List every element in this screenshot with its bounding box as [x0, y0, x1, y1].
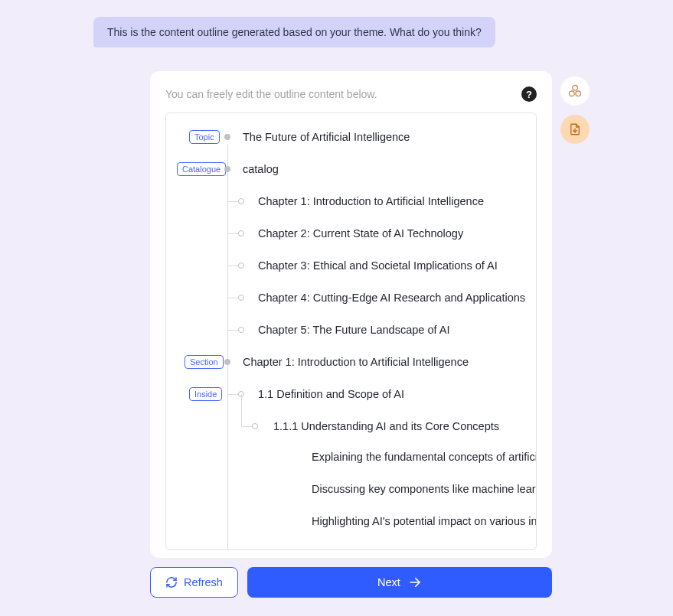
chapter-item[interactable]: Chapter 5: The Future Landscape of AI — [258, 324, 449, 336]
node-dot — [224, 359, 230, 365]
tag-catalogue: Catalogue — [177, 162, 226, 176]
outline-leaf[interactable]: Explaining the fundamental concepts of a… — [312, 451, 537, 463]
refresh-label: Refresh — [184, 576, 223, 588]
chat-bubble-text: This is the content outline generated ba… — [107, 26, 482, 38]
refresh-icon — [165, 576, 178, 588]
outline-section[interactable]: Chapter 1: Introduction to Artificial In… — [243, 356, 469, 368]
node-dot — [252, 423, 258, 429]
node-dot — [238, 198, 244, 204]
chapter-item[interactable]: Chapter 2: Current State of AI Technolog… — [258, 227, 463, 240]
outline-panel: You can freely edit the outline content … — [150, 71, 552, 558]
outline-sub[interactable]: 1.1.1 Understanding AI and its Core Conc… — [273, 420, 499, 432]
outline-leaf[interactable]: Highlighting AI's potential impact on va… — [312, 515, 537, 527]
chapter-item[interactable]: Chapter 4: Cutting-Edge AI Research and … — [258, 292, 525, 304]
node-dot — [224, 166, 230, 172]
help-icon[interactable]: ? — [521, 86, 537, 102]
svg-point-3 — [576, 91, 581, 96]
outline-editor[interactable]: Topic The Future of Artificial Intellige… — [165, 112, 537, 550]
sidebar-document-button[interactable] — [560, 115, 590, 144]
tag-topic: Topic — [189, 130, 220, 144]
next-button[interactable]: Next — [247, 567, 552, 598]
chapter-item[interactable]: Chapter 3: Ethical and Societal Implicat… — [258, 259, 498, 272]
chat-bubble: This is the content outline generated ba… — [93, 17, 495, 47]
tag-section: Section — [185, 355, 224, 369]
node-dot — [238, 230, 244, 236]
node-dot — [238, 262, 244, 269]
tag-inside: Inside — [189, 387, 222, 401]
panel-hint: You can freely edit the outline content … — [165, 88, 377, 100]
svg-point-1 — [573, 86, 578, 91]
outline-leaf[interactable]: Discussing key components like machine l… — [312, 483, 537, 495]
node-dot — [238, 295, 244, 301]
chapter-item[interactable]: Chapter 1: Introduction to Artificial In… — [258, 195, 484, 207]
outline-topic[interactable]: The Future of Artificial Intelligence — [243, 131, 410, 143]
svg-point-2 — [570, 91, 575, 96]
sidebar-circles-button[interactable] — [560, 77, 590, 106]
next-label: Next — [377, 576, 400, 588]
node-dot — [224, 134, 230, 140]
outline-inside[interactable]: 1.1 Definition and Scope of AI — [258, 388, 404, 400]
arrow-right-icon — [408, 575, 422, 589]
refresh-button[interactable]: Refresh — [150, 567, 238, 598]
outline-catalogue[interactable]: catalog — [243, 163, 279, 175]
node-dot — [238, 327, 244, 333]
document-down-icon — [568, 122, 582, 136]
circles-icon — [567, 83, 583, 99]
